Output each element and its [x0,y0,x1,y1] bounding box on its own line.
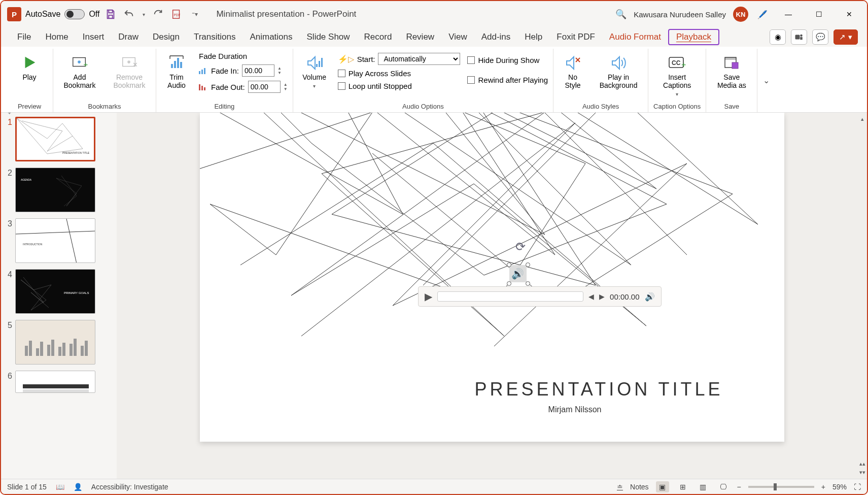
share-button[interactable]: ↗ ▾ [834,29,858,45]
resize-handle-ne[interactable] [526,262,530,267]
thumbnail-6[interactable]: 6 [3,371,115,393]
prev-slide-icon[interactable]: ▴▴ [858,459,866,468]
redo-icon[interactable] [151,7,165,21]
thumb-image-3[interactable]: INTRODUCTION [15,218,95,263]
thumbnail-5[interactable]: 5 [3,320,115,365]
thumbnail-4[interactable]: 4 PRIMARY GOALS [3,269,115,314]
thumb-image-1[interactable]: PRESENTATION TITLE [15,117,95,161]
maximize-button[interactable]: ☐ [807,4,830,24]
audio-step-fwd-button[interactable]: ▶ [599,292,605,301]
tab-audio-format[interactable]: Audio Format [602,30,668,44]
scroll-up-icon[interactable]: ▴ [860,115,865,123]
tab-help[interactable]: Help [517,30,549,44]
search-icon[interactable]: 🔍 [615,9,627,20]
rewind-checkbox[interactable] [467,76,475,84]
slide-subtitle[interactable]: Mirjam Nilsson [548,405,602,414]
thumb-image-5[interactable] [15,320,95,365]
slide-canvas[interactable]: PRESENTATION TITLE Mirjam Nilsson ⟳ 🔊 ✥ … [200,113,784,442]
pen-icon[interactable]: 🖊️ [755,7,770,21]
thumb-image-4[interactable]: PRIMARY GOALS [15,269,95,314]
slide-title[interactable]: PRESENTATION TITLE [474,379,723,400]
fade-in-spinner[interactable]: ▲▼ [277,66,282,75]
no-style-button[interactable]: No Style [559,52,587,91]
tab-home[interactable]: Home [38,30,75,44]
play-button[interactable]: Play [11,52,48,83]
accessibility-icon[interactable]: 👤 [74,483,82,491]
zoom-thumb[interactable] [774,483,777,490]
slide-counter[interactable]: Slide 1 of 15 [7,483,47,491]
thumbnail-1[interactable]: 1 PRESENTATION TITLE ✦ [3,117,115,161]
teams-button[interactable] [791,29,807,45]
qat-overflow-icon[interactable]: ⁼▾ [188,7,202,21]
tab-review[interactable]: Review [399,30,441,44]
thumbnail-2[interactable]: 2 AGENDA [3,168,115,212]
volume-button[interactable]: Volume ▾ [298,52,331,91]
tab-addins[interactable]: Add-ins [474,30,518,44]
slideshow-view-button[interactable]: 🖵 [717,481,730,492]
add-bookmark-button[interactable]: + Add Bookmark [58,52,101,91]
comments-button[interactable]: 💬 [812,29,828,45]
fit-window-button[interactable]: ⛶ [854,483,861,491]
notes-button[interactable]: Notes [630,483,649,491]
slide-editor[interactable]: PRESENTATION TITLE Mirjam Nilsson ⟳ 🔊 ✥ … [117,113,867,479]
editor-scrollbar[interactable]: ▴ ▴▴ ▾▾ [858,113,867,479]
thumbnail-panel[interactable]: 1 PRESENTATION TITLE ✦ 2 AGENDA 3 INTROD… [1,113,117,479]
resize-handle-se[interactable] [526,281,530,286]
zoom-out-button[interactable]: − [737,483,741,491]
audio-step-back-button[interactable]: ◀ [588,292,594,301]
tab-slideshow[interactable]: Slide Show [300,30,357,44]
autosave-toggle[interactable] [64,9,85,19]
fade-out-spinner[interactable]: ▲▼ [284,82,288,91]
next-slide-icon[interactable]: ▾▾ [858,468,866,477]
reading-view-button[interactable]: ▥ [697,481,710,492]
zoom-in-button[interactable]: + [821,483,825,491]
fade-out-input[interactable] [248,81,281,93]
tab-draw[interactable]: Draw [111,30,146,44]
tab-record[interactable]: Record [357,30,399,44]
start-select[interactable]: Automatically [378,53,460,65]
tab-file[interactable]: File [10,30,38,44]
sorter-view-button[interactable]: ⊞ [676,481,689,492]
audio-volume-button[interactable]: 🔊 [645,292,655,302]
trim-audio-button[interactable]: Trim Audio [161,52,192,91]
ribbon-collapse-button[interactable]: ⌄ [757,49,775,112]
spellcheck-icon[interactable]: 📖 [56,483,64,491]
tab-view[interactable]: View [441,30,474,44]
play-background-button[interactable]: Play in Background [594,52,643,91]
zoom-slider[interactable] [748,486,814,488]
resize-handle-sw[interactable] [507,281,511,286]
play-across-checkbox[interactable] [338,70,345,77]
tab-transitions[interactable]: Transitions [187,30,243,44]
undo-dropdown-icon[interactable]: ▾ [140,7,147,21]
tab-insert[interactable]: Insert [76,30,112,44]
audio-progress-bar[interactable] [437,291,584,302]
tab-animations[interactable]: Animations [242,30,299,44]
close-button[interactable]: ✕ [838,4,861,24]
autosave-control[interactable]: AutoSave Off [25,9,99,19]
loop-checkbox[interactable] [338,82,345,90]
save-icon[interactable] [103,7,118,21]
minimize-button[interactable]: — [777,4,800,24]
fade-in-input[interactable] [242,64,274,77]
camera-button[interactable]: ◉ [770,29,786,45]
zoom-level[interactable]: 59% [832,483,847,491]
save-media-button[interactable]: Save Media as [711,52,752,91]
export-pdf-icon[interactable]: PDF [169,7,184,21]
resize-handle-nw[interactable] [507,262,511,267]
undo-icon[interactable] [122,7,136,21]
insert-captions-button[interactable]: CC+ Insert Captions ▾ [655,52,700,99]
thumbnail-3[interactable]: 3 INTRODUCTION [3,218,115,263]
notes-icon[interactable]: ≐ [617,483,623,491]
audio-object[interactable]: ⟳ 🔊 ✥ [509,265,528,283]
hide-checkbox[interactable] [467,56,475,64]
tab-foxit[interactable]: Foxit PDF [549,30,602,44]
accessibility-label[interactable]: Accessibility: Investigate [91,483,168,491]
user-avatar[interactable]: KN [733,7,748,22]
normal-view-button[interactable]: ▣ [656,481,669,492]
tab-playback[interactable]: Playback [668,29,719,45]
audio-play-button[interactable]: ▶ [425,290,432,303]
rotation-handle-icon[interactable]: ⟳ [515,240,526,254]
tab-design[interactable]: Design [146,30,187,44]
thumb-image-2[interactable]: AGENDA [15,168,95,212]
thumb-image-6[interactable] [15,371,95,393]
